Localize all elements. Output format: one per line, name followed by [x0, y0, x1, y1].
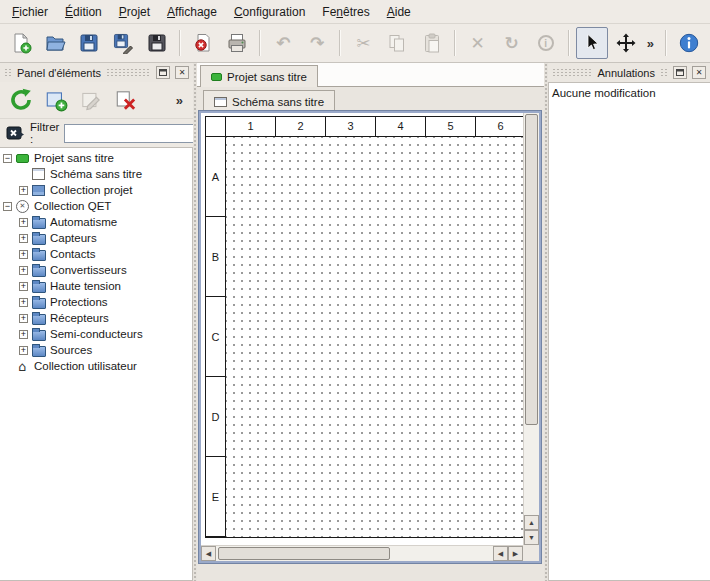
tree-item[interactable]: Semi-conducteurs: [0, 326, 192, 342]
tree-item-icon: [31, 232, 46, 245]
tree-item[interactable]: Projet sans titre: [0, 150, 192, 166]
tree-item[interactable]: Schéma sans titre: [0, 166, 192, 182]
float-dock-button[interactable]: [673, 66, 687, 79]
new-element-button[interactable]: [42, 86, 70, 114]
tree-expander[interactable]: [19, 218, 28, 227]
dock-drag-grip[interactable]: [4, 68, 12, 78]
tree-expander[interactable]: [3, 154, 12, 163]
delete-button[interactable]: ✕: [462, 27, 494, 59]
menu-item[interactable]: Fenêtres: [314, 1, 377, 23]
print-button[interactable]: [221, 27, 253, 59]
tab-schema[interactable]: Schéma sans titre: [203, 90, 335, 112]
tree-item-icon: [31, 248, 46, 261]
tree-item[interactable]: Convertisseurs: [0, 262, 192, 278]
move-mode-button[interactable]: [610, 27, 642, 59]
tree-item[interactable]: Sources: [0, 342, 192, 358]
scroll-up-icon: ▲: [528, 519, 535, 526]
elements-panel-dock: Panel d'éléments ✕: [0, 63, 193, 581]
scroll-left-button[interactable]: ◀: [493, 546, 508, 561]
tree-expander[interactable]: [19, 314, 28, 323]
menu-item[interactable]: Affichage: [159, 1, 225, 23]
tab-schema-label: Schéma sans titre: [232, 96, 324, 108]
drawing-grid[interactable]: [226, 137, 526, 537]
tree-item[interactable]: Capteurs: [0, 230, 192, 246]
main-toolbar: ↶ ↷ ✂ ✕ ↻ i: [0, 24, 710, 63]
undo-dock-titlebar[interactable]: Annulations ✕: [548, 63, 710, 82]
tree-expander[interactable]: [3, 202, 12, 211]
new-file-button[interactable]: [5, 27, 37, 59]
scroll-down-button[interactable]: ▼: [524, 530, 539, 545]
undo-history-item[interactable]: Aucune modification: [552, 85, 707, 101]
edit-element-button[interactable]: [77, 86, 105, 114]
tree-item[interactable]: Collection QET: [0, 198, 192, 214]
project-tab-bar: Projet sans titre: [197, 63, 544, 87]
horizontal-scroll-thumb[interactable]: [218, 547, 390, 560]
float-dock-button[interactable]: [156, 66, 170, 79]
menu-item[interactable]: Fichier: [4, 1, 56, 23]
tree-item[interactable]: Haute tension: [0, 278, 192, 294]
copy-button[interactable]: [381, 27, 413, 59]
scroll-right-button[interactable]: ▶: [508, 546, 523, 561]
redo-button[interactable]: ↷: [301, 27, 333, 59]
select-mode-button[interactable]: [576, 27, 608, 59]
toolbar-separator: [568, 30, 570, 56]
delete-element-icon: [114, 88, 138, 112]
project-icon: [211, 73, 222, 81]
paste-button[interactable]: [416, 27, 448, 59]
menu-item[interactable]: Édition: [57, 1, 110, 23]
tree-item[interactable]: Automatisme: [0, 214, 192, 230]
close-file-button[interactable]: [187, 27, 219, 59]
tree-item-label: Protections: [50, 296, 108, 308]
ruler-corner: [206, 117, 226, 137]
save-as-button[interactable]: [107, 27, 139, 59]
tree-expander[interactable]: [19, 298, 28, 307]
close-dock-button[interactable]: ✕: [175, 66, 189, 79]
tree-expander[interactable]: [19, 330, 28, 339]
rotate-button[interactable]: ↻: [496, 27, 528, 59]
paste-icon: [421, 32, 443, 54]
tree-item-label: Projet sans titre: [34, 152, 114, 164]
tree-item[interactable]: Collection projet: [0, 182, 192, 198]
dock-drag-grip[interactable]: [660, 68, 668, 78]
vertical-scroll-thumb[interactable]: [525, 114, 538, 425]
close-dock-button[interactable]: ✕: [692, 66, 706, 79]
about-qet-button[interactable]: [673, 27, 705, 59]
scrollbar-corner: [523, 545, 539, 561]
open-folder-icon: [44, 32, 66, 54]
elements-panel-titlebar[interactable]: Panel d'éléments ✕: [0, 63, 193, 82]
dock-drag-grip[interactable]: [552, 68, 593, 78]
tree-item[interactable]: Contacts: [0, 246, 192, 262]
save-button[interactable]: [73, 27, 105, 59]
delete-element-button[interactable]: [112, 86, 140, 114]
row-ruler-cell: B: [206, 217, 226, 297]
scroll-left-button[interactable]: ◀: [201, 546, 216, 561]
dock-drag-grip[interactable]: [106, 68, 151, 78]
scroll-up-button[interactable]: ▲: [524, 515, 539, 530]
tree-item[interactable]: Récepteurs: [0, 310, 192, 326]
tab-project[interactable]: Projet sans titre: [200, 65, 318, 87]
tree-item[interactable]: Collection utilisateur: [0, 358, 192, 374]
tree-item-icon: [15, 152, 30, 165]
panel-overflow-button[interactable]: »: [173, 93, 186, 108]
tree-expander[interactable]: [19, 346, 28, 355]
tree-item[interactable]: Protections: [0, 294, 192, 310]
menu-item[interactable]: Projet: [111, 1, 158, 23]
schema-tab-bar: Schéma sans titre: [199, 89, 541, 111]
menu-item[interactable]: Aide: [379, 1, 419, 23]
tree-expander[interactable]: [19, 266, 28, 275]
tree-expander[interactable]: [19, 250, 28, 259]
column-ruler-cell: 1: [226, 117, 276, 137]
tree-expander[interactable]: [19, 186, 28, 195]
open-project-button[interactable]: [39, 27, 71, 59]
element-info-button[interactable]: i: [530, 27, 562, 59]
tree-item-icon: [31, 312, 46, 325]
tree-expander[interactable]: [19, 282, 28, 291]
menu-item[interactable]: Configuration: [226, 1, 313, 23]
toolbar-overflow-button[interactable]: »: [644, 36, 657, 51]
cut-button[interactable]: ✂: [347, 27, 379, 59]
clear-filter-button[interactable]: [5, 122, 25, 144]
undo-button[interactable]: ↶: [267, 27, 299, 59]
save-all-button[interactable]: [141, 27, 173, 59]
reload-collections-button[interactable]: [7, 86, 35, 114]
tree-expander[interactable]: [19, 234, 28, 243]
